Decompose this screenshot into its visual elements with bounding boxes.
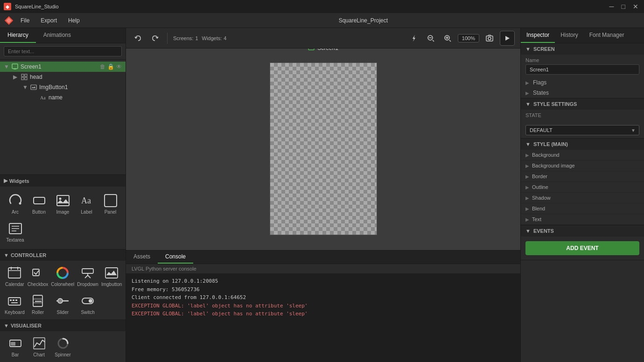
tab-animations[interactable]: Animations xyxy=(36,28,78,43)
lightning-button[interactable] xyxy=(407,32,420,45)
widget-switch[interactable]: Switch xyxy=(76,291,99,318)
dropdown-icon xyxy=(80,265,95,280)
style-text[interactable]: ▶ Text xyxy=(521,214,644,225)
widget-slider[interactable]: Slider xyxy=(50,291,75,318)
widget-image[interactable]: Image xyxy=(51,190,74,217)
style-shadow[interactable]: ▶ Shadow xyxy=(521,193,644,203)
tab-inspector[interactable]: Inspector xyxy=(521,28,555,43)
svg-point-13 xyxy=(59,198,61,200)
states-row[interactable]: ▶ States xyxy=(521,88,644,98)
widget-chart[interactable]: Chart xyxy=(28,333,50,360)
widget-panel[interactable]: Panel xyxy=(99,190,122,217)
states-label: States xyxy=(533,90,549,96)
widget-spinner[interactable]: Spinner xyxy=(51,333,74,360)
tree-item-imgbutton1[interactable]: ▼ ImgButton1 xyxy=(0,82,126,92)
screen-canvas[interactable] xyxy=(270,63,377,235)
widget-button[interactable]: Button xyxy=(28,190,50,217)
style-settings-header[interactable]: ▼ STYLE SETTINGS xyxy=(521,98,644,110)
tree-action-delete[interactable]: 🗑 xyxy=(100,63,105,70)
close-btn[interactable]: ✕ xyxy=(631,3,640,10)
style-outline-label: Outline xyxy=(532,184,548,190)
textarea-icon xyxy=(8,221,23,236)
controller-header[interactable]: ▼ CONTROLLER xyxy=(0,250,126,261)
console-output[interactable]: Listening on 127.0.0.1:20085 Free memory… xyxy=(126,273,520,362)
minimize-btn[interactable]: ─ xyxy=(608,3,616,10)
state-field: STATE xyxy=(521,110,644,122)
zoom-in-button[interactable] xyxy=(441,32,454,45)
canvas-area[interactable]: Screen1 xyxy=(126,49,520,250)
add-event-button[interactable]: ADD EVENT xyxy=(525,241,639,255)
tab-assets[interactable]: Assets xyxy=(126,251,158,264)
tab-console[interactable]: Console xyxy=(158,251,193,264)
widget-checkbox[interactable]: Checkbox xyxy=(27,263,49,290)
widget-label[interactable]: Aa Label xyxy=(75,190,98,217)
screenshot-button[interactable] xyxy=(483,32,496,45)
svg-point-10 xyxy=(19,202,21,205)
app-logo xyxy=(4,15,14,26)
tree-action-eye[interactable]: 👁 xyxy=(116,63,122,70)
widget-keyboard[interactable]: Keyboard xyxy=(4,291,26,318)
name-input[interactable] xyxy=(525,64,639,75)
events-header[interactable]: ▼ EVENTS xyxy=(521,225,644,237)
svg-rect-15 xyxy=(105,195,117,207)
svg-point-41 xyxy=(89,299,92,303)
menu-help[interactable]: Help xyxy=(63,15,84,26)
style-settings-section: ▼ STYLE SETTINGS STATE DEFAULT PRESSED F… xyxy=(521,98,644,139)
undo-button[interactable] xyxy=(132,32,145,45)
tree-action-lock[interactable]: 🔒 xyxy=(107,63,114,70)
search-input[interactable] xyxy=(4,46,122,56)
style-main-header[interactable]: ▼ STYLE (MAIN) xyxy=(521,139,644,150)
widget-dropdown[interactable]: Dropdown xyxy=(76,263,99,290)
style-settings-title: STYLE SETTINGS xyxy=(533,101,577,107)
screen-section-title: SCREEN xyxy=(533,46,555,52)
svg-rect-7 xyxy=(25,77,27,80)
screen-label: Screen1 xyxy=(308,49,338,51)
console-line-2: Client connected from 127.0.0.1:64652 xyxy=(132,293,515,302)
canvas-screen-name: Screen1 xyxy=(317,49,338,51)
hierarchy-tabs: Hierarcy Animations xyxy=(0,28,126,43)
svg-rect-5 xyxy=(25,74,27,77)
style-background[interactable]: ▶ Background xyxy=(521,150,644,160)
style-outline[interactable]: ▶ Outline xyxy=(521,182,644,193)
widget-arc[interactable]: Arc xyxy=(4,190,27,217)
label-widget-icon: Aa xyxy=(79,193,94,208)
flags-row[interactable]: ▶ Flags xyxy=(521,77,644,88)
style-border[interactable]: ▶ Border xyxy=(521,171,644,182)
play-button[interactable] xyxy=(500,31,515,46)
tab-history[interactable]: History xyxy=(555,28,583,43)
controller-grid: Calendar Checkbox Colorwheel xyxy=(0,261,126,320)
state-select[interactable]: DEFAULT PRESSED FOCUSED DISABLED xyxy=(525,125,639,135)
style-blend[interactable]: ▶ Blend xyxy=(521,203,644,214)
widget-colorwheel[interactable]: Colorwheel xyxy=(50,263,75,290)
widget-roller[interactable]: ▬▬ Roller xyxy=(27,291,49,318)
screen-section-expand: ▼ xyxy=(525,46,531,52)
tree-item-name[interactable]: Aa name xyxy=(0,92,126,103)
maximize-btn[interactable]: □ xyxy=(620,3,627,10)
widget-imgbutton[interactable]: Imgbutton xyxy=(100,263,123,290)
visualiser-header[interactable]: ▼ VISUALISER xyxy=(0,320,126,331)
tab-font-manager[interactable]: Font Manager xyxy=(584,28,630,43)
tree-item-screen1[interactable]: ▼ Screen1 🗑 🔒 👁 xyxy=(0,62,126,72)
menu-export[interactable]: Export xyxy=(36,15,62,26)
tab-hierarchy[interactable]: Hierarcy xyxy=(0,28,36,43)
widget-textarea[interactable]: Textarea xyxy=(4,218,27,245)
spinner-label: Spinner xyxy=(55,352,70,357)
redo-button[interactable] xyxy=(148,32,161,45)
zoom-dropdown[interactable]: 100% xyxy=(458,34,479,42)
tree-item-head[interactable]: ▶ head xyxy=(0,72,126,82)
style-main-title: STYLE (MAIN) xyxy=(533,141,568,147)
zoom-out-button[interactable] xyxy=(424,32,437,45)
imgbutton-label: Imgbutton xyxy=(101,282,122,287)
name-field: Name xyxy=(521,55,644,77)
widget-bar[interactable]: Bar xyxy=(4,333,27,360)
widget-calendar[interactable]: Calendar xyxy=(4,263,26,290)
style-background-image-label: Background image xyxy=(532,163,575,168)
style-background-image[interactable]: ▶ Background image xyxy=(521,160,644,171)
titlebar: ◆ SquareLine_Studio ─ □ ✕ xyxy=(0,0,644,13)
screen-section-header[interactable]: ▼ SCREEN xyxy=(521,43,644,55)
tree-area: ▼ Screen1 🗑 🔒 👁 ▶ head xyxy=(0,60,126,174)
widget-arc-label: Arc xyxy=(12,209,19,215)
right-tabs: Inspector History Font Manager xyxy=(521,28,644,43)
menu-file[interactable]: File xyxy=(16,15,34,26)
widgets-header[interactable]: ▶ Widgets xyxy=(0,175,126,187)
